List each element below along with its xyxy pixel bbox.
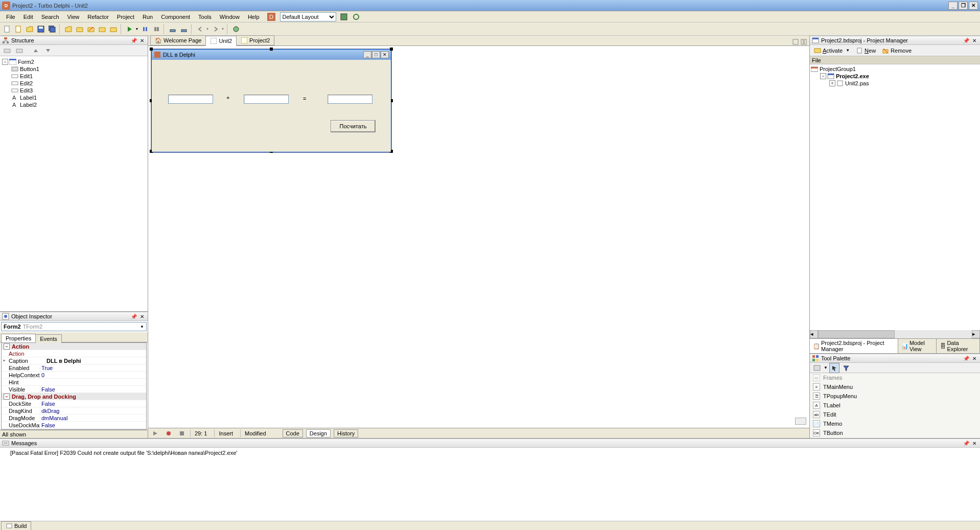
svg-text:D: D — [269, 14, 273, 20]
tab-welcome-page[interactable]: 🏠Welcome Page — [150, 35, 206, 36]
svg-rect-2 — [341, 14, 347, 20]
menu-window[interactable]: Window — [216, 13, 244, 21]
toolbar: ▾ ▾ ▾ — [0, 22, 980, 36]
menu-search[interactable]: Search — [37, 13, 63, 21]
delphi-icon: D — [267, 12, 276, 21]
new-file-icon[interactable] — [2, 24, 12, 34]
view-unit-icon[interactable] — [97, 24, 107, 34]
step-over-icon[interactable] — [179, 24, 189, 34]
remove-source-icon[interactable] — [86, 24, 96, 34]
menu-help[interactable]: Help — [244, 13, 264, 21]
minimize-button[interactable]: _ — [948, 2, 958, 10]
svg-rect-11 — [143, 27, 145, 31]
add-source-icon[interactable] — [75, 24, 85, 34]
help-icon[interactable] — [231, 24, 241, 34]
svg-rect-5 — [16, 26, 20, 32]
menu-refactor[interactable]: Refactor — [83, 13, 113, 21]
menu-file[interactable]: File — [2, 13, 19, 21]
stop-icon[interactable] — [151, 24, 161, 34]
svg-rect-15 — [170, 30, 175, 32]
pause-icon[interactable] — [140, 24, 150, 34]
fwd-dropdown-icon[interactable]: ▾ — [222, 27, 225, 31]
menu-component[interactable]: Component — [157, 13, 194, 21]
reload-layout-icon[interactable] — [352, 12, 361, 21]
svg-point-17 — [234, 27, 239, 32]
toolbar-sep3 — [164, 24, 166, 34]
titlebar: D Project2 - Turbo Delphi - Unit2 _ ❐ ✕ — [0, 0, 980, 11]
svg-rect-16 — [181, 30, 186, 32]
window-title: Project2 - Turbo Delphi - Unit2 — [12, 3, 948, 9]
toolbar-sep2 — [121, 24, 123, 34]
back-dropdown-icon[interactable]: ▾ — [206, 27, 209, 31]
svg-rect-12 — [146, 27, 147, 31]
toolbar-sep — [59, 24, 61, 34]
save-layout-icon[interactable] — [339, 12, 348, 21]
svg-rect-13 — [154, 27, 156, 31]
step-into-icon[interactable] — [168, 24, 178, 34]
close-button[interactable]: ✕ — [969, 2, 978, 10]
svg-rect-4 — [5, 26, 9, 32]
open-icon[interactable] — [25, 24, 35, 34]
menu-view[interactable]: View — [63, 13, 84, 21]
menu-run[interactable]: Run — [138, 13, 157, 21]
menu-project[interactable]: Project — [113, 13, 138, 21]
svg-rect-14 — [157, 27, 159, 31]
open-project-icon[interactable] — [63, 24, 74, 34]
run-icon[interactable] — [125, 24, 135, 34]
save-icon[interactable] — [36, 24, 46, 34]
svg-point-3 — [354, 14, 359, 19]
app-icon: D — [2, 2, 10, 10]
menu-tools[interactable]: Tools — [194, 13, 216, 21]
back-icon[interactable] — [195, 24, 205, 34]
run-dropdown-icon[interactable]: ▾ — [136, 27, 139, 31]
window-buttons: _ ❐ ✕ — [948, 2, 978, 10]
forward-icon[interactable] — [211, 24, 221, 34]
menu-edit[interactable]: Edit — [19, 13, 37, 21]
svg-rect-7 — [39, 27, 43, 29]
menubar: File Edit Search View Refactor Project R… — [0, 11, 980, 22]
svg-rect-9 — [50, 27, 55, 32]
layout-selector[interactable]: Default Layout — [280, 12, 336, 21]
restore-button[interactable]: ❐ — [959, 2, 968, 10]
new-project-icon[interactable] — [13, 24, 24, 34]
saveall-icon[interactable] — [47, 24, 57, 34]
tab-project2[interactable]: Project2 — [236, 35, 274, 36]
toolbar-sep4 — [191, 24, 193, 34]
view-form-icon[interactable] — [108, 24, 119, 34]
toolbar-sep5 — [227, 24, 229, 34]
